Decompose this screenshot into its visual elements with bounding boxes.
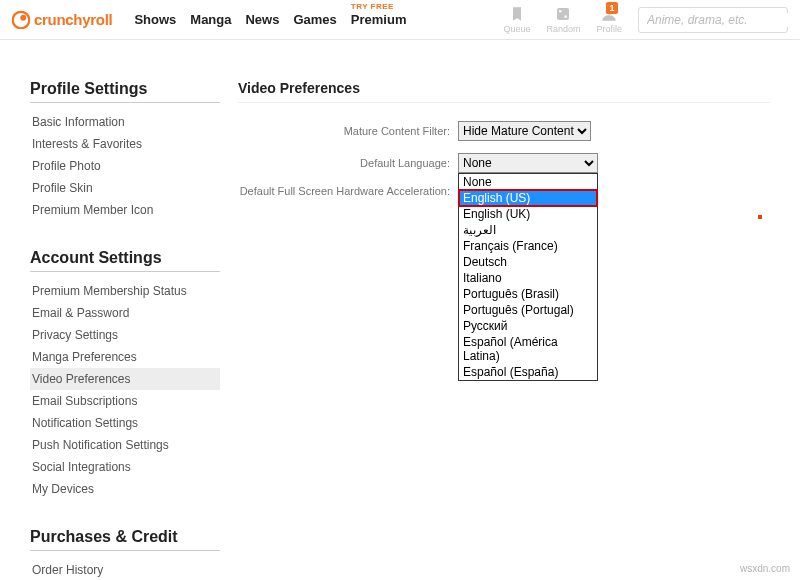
language-option[interactable]: العربية xyxy=(459,222,597,238)
svg-point-1 xyxy=(20,14,26,20)
hwaccel-label: Default Full Screen Hardware Acceleratio… xyxy=(238,185,458,197)
mature-select[interactable]: Hide Mature Content xyxy=(458,121,591,141)
side-list-purchases: Order History xyxy=(30,559,220,580)
language-option[interactable]: Русский xyxy=(459,318,597,334)
sidebar-item-email-password[interactable]: Email & Password xyxy=(30,302,220,324)
sidebar-item-manga-preferences[interactable]: Manga Preferences xyxy=(30,346,220,368)
sidebar-item-basic-information[interactable]: Basic Information xyxy=(30,111,220,133)
svg-rect-2 xyxy=(557,8,569,20)
try-free-badge: TRY FREE xyxy=(351,2,394,11)
side-group-account: Account Settings Premium Membership Stat… xyxy=(30,249,220,500)
sidebar-item-privacy-settings[interactable]: Privacy Settings xyxy=(30,324,220,346)
svg-point-3 xyxy=(559,10,562,13)
sidebar-item-email-subscriptions[interactable]: Email Subscriptions xyxy=(30,390,220,412)
random-button[interactable]: Random xyxy=(546,6,580,34)
header-right: Queue Random 1 Profile xyxy=(503,6,788,34)
side-title-purchases: Purchases & Credit xyxy=(30,528,220,551)
language-option[interactable]: English (UK) xyxy=(459,206,597,222)
bookmark-icon xyxy=(509,6,525,22)
main: Profile Settings Basic Information Inter… xyxy=(0,40,800,580)
row-mature: Mature Content Filter: Hide Mature Conte… xyxy=(238,121,770,141)
language-option[interactable]: Deutsch xyxy=(459,254,597,270)
content: Video Preferences Mature Content Filter:… xyxy=(238,80,770,580)
svg-point-0 xyxy=(13,11,30,28)
language-label: Default Language: xyxy=(238,157,458,169)
top-nav: Shows Manga News Games TRY FREE Premium xyxy=(134,12,406,27)
sidebar-item-order-history[interactable]: Order History xyxy=(30,559,220,580)
top-header: crunchyroll Shows Manga News Games TRY F… xyxy=(0,0,800,40)
notification-badge: 1 xyxy=(606,2,618,14)
sidebar-item-premium-membership-status[interactable]: Premium Membership Status xyxy=(30,280,220,302)
language-select-wrap: None NoneEnglish (US)English (UK)العربية… xyxy=(458,153,598,173)
sidebar-item-push-notification-settings[interactable]: Push Notification Settings xyxy=(30,434,220,456)
nav-news[interactable]: News xyxy=(245,12,279,27)
language-option[interactable]: Italiano xyxy=(459,270,597,286)
search-input[interactable] xyxy=(647,13,797,27)
dice-icon xyxy=(555,6,571,22)
svg-point-4 xyxy=(565,15,568,18)
language-dropdown[interactable]: NoneEnglish (US)English (UK)العربيةFranç… xyxy=(458,173,598,381)
nav-games[interactable]: Games xyxy=(293,12,336,27)
side-title-account: Account Settings xyxy=(30,249,220,272)
side-list-account: Premium Membership Status Email & Passwo… xyxy=(30,280,220,500)
language-select[interactable]: None xyxy=(458,153,598,173)
nav-manga[interactable]: Manga xyxy=(190,12,231,27)
sidebar-item-social-integrations[interactable]: Social Integrations xyxy=(30,456,220,478)
sidebar-item-video-preferences[interactable]: Video Preferences xyxy=(30,368,220,390)
sidebar-item-interests-favorites[interactable]: Interests & Favorites xyxy=(30,133,220,155)
sidebar: Profile Settings Basic Information Inter… xyxy=(30,80,220,580)
search-box[interactable] xyxy=(638,7,788,33)
crunchyroll-icon xyxy=(12,11,30,29)
language-option[interactable]: Español (América Latina) xyxy=(459,334,597,364)
logo[interactable]: crunchyroll xyxy=(12,11,112,29)
language-option[interactable]: None xyxy=(459,174,597,190)
profile-button[interactable]: 1 Profile xyxy=(596,6,622,34)
language-option[interactable]: Português (Brasil) xyxy=(459,286,597,302)
sidebar-item-profile-skin[interactable]: Profile Skin xyxy=(30,177,220,199)
logo-text: crunchyroll xyxy=(34,11,112,28)
side-title-profile: Profile Settings xyxy=(30,80,220,103)
side-list-profile: Basic Information Interests & Favorites … xyxy=(30,111,220,221)
sidebar-item-notification-settings[interactable]: Notification Settings xyxy=(30,412,220,434)
page-title: Video Preferences xyxy=(238,80,770,103)
row-language: Default Language: None NoneEnglish (US)E… xyxy=(238,153,770,173)
nav-shows[interactable]: Shows xyxy=(134,12,176,27)
mature-label: Mature Content Filter: xyxy=(238,125,458,137)
language-option[interactable]: Español (España) xyxy=(459,364,597,380)
language-option[interactable]: Português (Portugal) xyxy=(459,302,597,318)
side-group-profile: Profile Settings Basic Information Inter… xyxy=(30,80,220,221)
accent-dot xyxy=(758,215,762,219)
nav-premium[interactable]: TRY FREE Premium xyxy=(351,12,407,27)
language-option[interactable]: English (US) xyxy=(459,190,597,206)
sidebar-item-my-devices[interactable]: My Devices xyxy=(30,478,220,500)
sidebar-item-profile-photo[interactable]: Profile Photo xyxy=(30,155,220,177)
queue-button[interactable]: Queue xyxy=(503,6,530,34)
footer-watermark: wsxdn.com xyxy=(740,563,790,574)
sidebar-item-premium-member-icon[interactable]: Premium Member Icon xyxy=(30,199,220,221)
side-group-purchases: Purchases & Credit Order History xyxy=(30,528,220,580)
language-option[interactable]: Français (France) xyxy=(459,238,597,254)
